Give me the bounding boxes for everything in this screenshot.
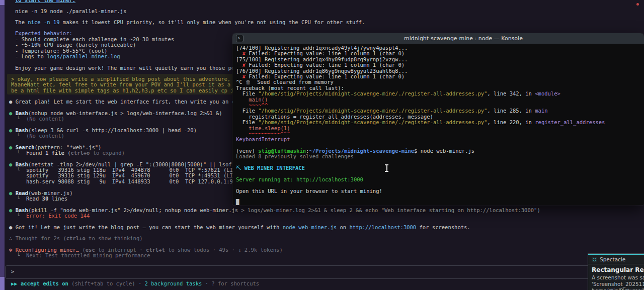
mouse-cursor-ibeam (384, 164, 389, 172)
konsole-terminal-output[interactable]: [74/100] Registering addr1qxncady49yt4j7… (232, 44, 644, 205)
notification-app-name: Spectacle (600, 256, 625, 262)
terminal-line: ^C 🗑 Seed cleared from memory (236, 79, 334, 85)
terminal-line: File "/home/stig/Projects/midnight-scave… (236, 90, 560, 96)
terminal-line: File "/home/stig/Projects/midnight-scave… (236, 119, 605, 125)
terminal-line: ● Great plan! Let me start the web inter… (9, 99, 245, 105)
notification-title: Rectangular Region (588, 264, 644, 274)
terminal-line: Open this URL in your browser to start m… (236, 188, 382, 194)
terminal-line: └ Next: Test throttled mining performanc… (17, 252, 150, 258)
terminal-line: nice -n 19 node ./parallel-miner.js (15, 8, 126, 14)
spectacle-notification[interactable]: Spectacle Rectangular Region A screensho… (588, 253, 644, 290)
terminal-line: └ Error: Exit code 144 (17, 213, 90, 219)
terminal-line: > (11, 268, 14, 274)
scrollbar-thumb-bottom[interactable] (0, 277, 5, 290)
terminal-line: └ Found 1 file (ctrl+o to expand) (17, 150, 125, 156)
terminal-line: Enjoy your game design work! The miner w… (15, 65, 254, 71)
terminal-line: MaaneNatt etc, feel free to write from y… (11, 81, 247, 87)
spectacle-icon (592, 257, 597, 262)
terminal-line: be a html file with simple tags as h1,h2… (11, 87, 243, 93)
notification-message: A screenshot was saved (588, 274, 644, 280)
terminal-line: ● Got it! Let me just write the blog pos… (9, 224, 470, 230)
terminal-line: └ (No content) (17, 133, 64, 139)
terminal-line: hash-serv 98088 stig 9u IPv4 1448933 0t0… (26, 178, 243, 184)
terminal-line: ⛏ WEB MINER INTERFACE (236, 165, 305, 171)
terminal-line: ∴ Thought for 2s (ctrl+o to show thinkin… (9, 235, 143, 241)
terminal-line: ▶▶ accept edits on (shift+tab to cycle) … (11, 280, 259, 286)
terminal-line: File "/home/stig/Projects/midnight-scave… (236, 108, 548, 114)
konsole-window[interactable]: >_ midnight-scavenge-mine : node — Konso… (232, 33, 644, 205)
terminal-line: Server running at: http://localhost:3000 (236, 176, 363, 182)
notification-filename[interactable]: 'Screenshot_20251107_ (588, 280, 644, 287)
terminal-line: Expected behavior: (15, 30, 72, 36)
notification-filepath[interactable]: home/stig/Pictures/Scr (588, 287, 644, 290)
terminal-line: └ Read 30 lines (17, 196, 67, 202)
terminal-line: spotify 39316 stig 129u IPv4 459670 0t0 … (26, 172, 246, 178)
terminal-line: The nice -n 19 makes it lowest CPU prior… (15, 19, 365, 25)
terminal-line: - Logs to logs/parallel-miner.log (15, 53, 120, 59)
terminal-line: █ (236, 199, 239, 205)
scrollbar-strip[interactable] (0, 0, 5, 290)
terminal-line: to start the miner: (15, 0, 75, 3)
konsole-titlebar[interactable]: >_ midnight-scavenge-mine : node — Konso… (232, 33, 644, 44)
terminal-line: - ~5-10% CPU usage (barely noticeable) (15, 42, 136, 48)
terminal-line: ✘ Failed: Expecting value: line 1 column… (236, 62, 405, 68)
konsole-window-title: midnight-scavenge-mine : node — Konsole (232, 35, 644, 42)
status-dot (636, 3, 639, 6)
scrollbar-thumb-top[interactable] (0, 0, 5, 5)
notification-header: Spectacle (588, 255, 644, 264)
terminal-line: └ (No content) (17, 116, 64, 122)
terminal-line: KeyboardInterrupt (236, 136, 290, 142)
terminal-line: ✘ Failed: Expecting value: line 1 column… (236, 50, 405, 56)
terminal-line: Loaded 8 previously solved challenges (236, 153, 354, 159)
